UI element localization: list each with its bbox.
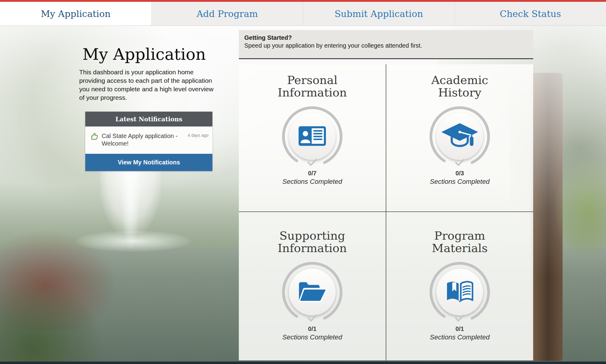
quadrant-title: Personal Information [239,74,386,99]
quadrant-academic-history[interactable]: Academic History [386,64,533,221]
progress-ring [282,262,343,322]
tab-my-application[interactable]: My Application [0,2,152,25]
sections-completed-label: Sections Completed [386,333,533,341]
tab-add-program[interactable]: Add Program [152,2,303,25]
checkmark-icon [306,158,318,167]
cal-state-apply-dashboard: My Application Add Program Submit Applic… [0,0,606,364]
notification-timestamp: 4 days ago [188,133,209,138]
progress-ring-center [289,113,336,160]
tab-check-status[interactable]: Check Status [455,2,606,25]
page-title: My Application [73,45,215,63]
progress-ring-center [436,269,483,315]
graduation-cap-icon [440,122,479,151]
getting-started-body: Speed up your application by entering yo… [244,42,426,49]
quadrant-title: Supporting Information [239,230,386,254]
main-tab-bar: My Application Add Program Submit Applic… [0,2,606,26]
latest-notifications-panel: Latest Notifications Cal State Apply app… [85,112,212,171]
getting-started-title: Getting Started? [244,34,528,41]
sections-completed-label: Sections Completed [239,333,386,341]
sections-count: 0/3 [386,170,533,177]
application-sections-board: Personal Information [239,64,533,360]
quadrant-personal-information[interactable]: Personal Information [239,64,386,221]
quadrant-program-materials[interactable]: Program Materials [386,212,533,364]
progress-ring [429,106,490,167]
notification-item[interactable]: Cal State Apply application - Welcome! 4… [85,126,212,154]
id-card-icon [298,126,327,148]
open-folder-icon [297,280,327,305]
bottom-accent-bar [0,362,606,364]
dashboard-intro-text: This dashboard is your application home … [79,68,214,102]
sections-completed-label: Sections Completed [239,178,386,186]
tab-submit-application[interactable]: Submit Application [303,2,455,25]
quadrant-supporting-information[interactable]: Supporting Information [239,212,386,364]
sections-count: 0/1 [239,325,386,332]
progress-ring-center [289,269,336,315]
sections-count: 0/1 [386,325,533,332]
checkmark-icon [454,158,466,167]
sections-count: 0/7 [239,170,386,177]
sections-completed-label: Sections Completed [386,178,533,186]
checkmark-icon [306,314,318,323]
checkmark-icon [454,314,466,323]
progress-ring [282,106,343,167]
open-book-icon [445,280,475,305]
notifications-header: Latest Notifications [85,112,212,126]
progress-ring-center [436,113,483,160]
thumbs-up-icon [90,132,99,147]
quadrant-title: Academic History [386,74,533,99]
notification-text: Cal State Apply application - Welcome! [102,132,184,147]
view-my-notifications-button[interactable]: View My Notifications [85,154,212,171]
quadrant-title: Program Materials [386,230,533,254]
getting-started-panel: Getting Started? Speed up your applicati… [239,30,533,59]
progress-ring [429,262,490,322]
